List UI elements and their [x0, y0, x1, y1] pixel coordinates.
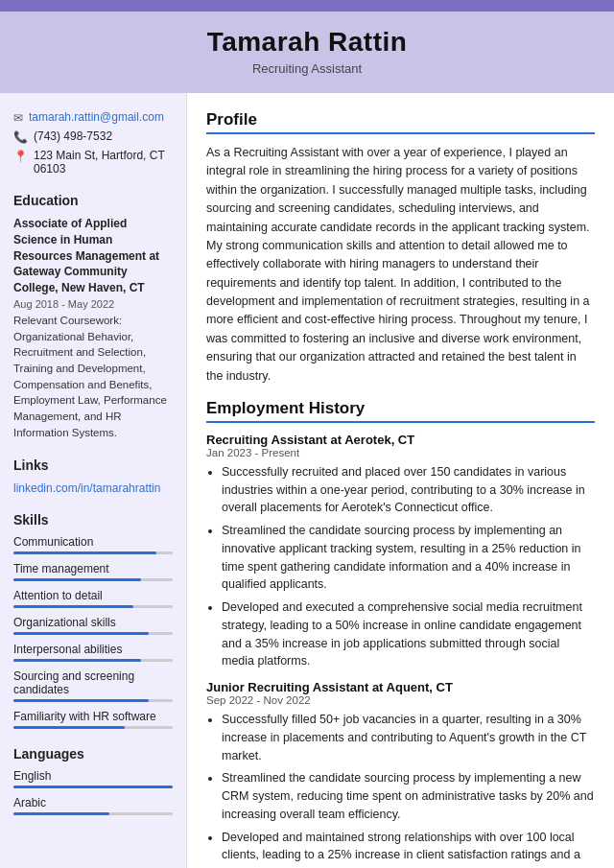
- coursework-text: Organizational Behavior, Recruitment and…: [13, 331, 167, 438]
- job-bullets: Successfully recruited and placed over 1…: [206, 463, 595, 670]
- phone-text: (743) 498-7532: [34, 129, 112, 143]
- languages-section: Languages English Arabic: [13, 746, 173, 815]
- contact-section: ✉ tamarah.rattin@gmail.com 📞 (743) 498-7…: [13, 110, 173, 176]
- skill-label: Familiarity with HR software: [13, 710, 173, 723]
- skill-bar-fill: [13, 605, 133, 608]
- jobs-list: Recruiting Assistant at Aerotek, CT Jan …: [206, 433, 595, 868]
- phone-item: 📞 (743) 498-7532: [13, 129, 173, 144]
- linkedin-item: linkedin.com/in/tamarahrattin: [13, 481, 173, 495]
- job-bullet: Developed and executed a comprehensive s…: [222, 598, 595, 670]
- job-dates: Jan 2023 - Present: [206, 447, 595, 458]
- profile-title: Profile: [206, 110, 595, 134]
- skill-item: Attention to detail: [13, 589, 173, 608]
- language-bar-fill: [13, 812, 109, 815]
- language-bar-bg: [13, 812, 173, 815]
- coursework-label: Relevant Coursework:: [13, 315, 122, 326]
- header: Tamarah Rattin Recruiting Assistant: [0, 0, 614, 93]
- language-bar-bg: [13, 786, 173, 788]
- candidate-title: Recruiting Assistant: [19, 61, 595, 76]
- skill-item: Communication: [13, 535, 173, 554]
- email-icon: ✉: [13, 111, 23, 125]
- skill-bar-fill: [13, 578, 141, 581]
- job-bullet: Streamlined the candidate sourcing proce…: [222, 522, 595, 594]
- linkedin-link[interactable]: linkedin.com/in/tamarahrattin: [13, 481, 160, 495]
- job-bullet: Successfully recruited and placed over 1…: [222, 463, 595, 517]
- employment-title: Employment History: [206, 399, 595, 423]
- job-bullets: Successfully filled 50+ job vacancies in…: [206, 711, 595, 868]
- skill-item: Familiarity with HR software: [13, 710, 173, 729]
- skill-item: Organizational skills: [13, 616, 173, 635]
- candidate-name: Tamarah Rattin: [19, 27, 595, 58]
- education-coursework: Relevant Coursework: Organizational Beha…: [13, 313, 173, 440]
- address-text: 123 Main St, Hartford, CT 06103: [34, 149, 173, 176]
- job-title: Recruiting Assistant at Aerotek, CT: [206, 433, 595, 447]
- skill-label: Organizational skills: [13, 616, 173, 629]
- location-icon: 📍: [13, 150, 28, 163]
- skill-item: Sourcing and screening candidates: [13, 669, 173, 702]
- job-entry: Junior Recruiting Assistant at Aquent, C…: [206, 680, 595, 868]
- skill-bar-fill: [13, 726, 125, 729]
- skill-bar-fill: [13, 699, 149, 702]
- languages-list: English Arabic: [13, 769, 173, 815]
- main-layout: ✉ tamarah.rattin@gmail.com 📞 (743) 498-7…: [0, 93, 614, 868]
- skill-bar-fill: [13, 632, 149, 635]
- skill-bar-fill: [13, 659, 141, 662]
- job-bullet: Streamlined the candidate sourcing proce…: [222, 769, 595, 823]
- language-bar-fill: [13, 786, 173, 788]
- language-label: Arabic: [13, 796, 173, 809]
- education-section: Education Associate of Applied Science i…: [13, 193, 173, 440]
- skill-item: Interpersonal abilities: [13, 643, 173, 662]
- links-title: Links: [13, 457, 173, 473]
- skill-bar-bg: [13, 605, 173, 608]
- job-entry: Recruiting Assistant at Aerotek, CT Jan …: [206, 433, 595, 670]
- skill-bar-bg: [13, 726, 173, 729]
- skill-label: Sourcing and screening candidates: [13, 669, 173, 696]
- job-title: Junior Recruiting Assistant at Aquent, C…: [206, 680, 595, 694]
- skill-item: Time management: [13, 562, 173, 581]
- sidebar: ✉ tamarah.rattin@gmail.com 📞 (743) 498-7…: [0, 93, 187, 868]
- languages-title: Languages: [13, 746, 173, 762]
- education-degree: Associate of Applied Science in Human Re…: [13, 216, 173, 296]
- skills-list: Communication Time management Attention …: [13, 535, 173, 729]
- language-item: English: [13, 769, 173, 788]
- skills-title: Skills: [13, 512, 173, 528]
- skill-bar-fill: [13, 551, 156, 554]
- job-bullet: Developed and maintained strong relation…: [222, 829, 595, 868]
- email-link[interactable]: tamarah.rattin@gmail.com: [29, 110, 164, 124]
- skill-bar-bg: [13, 578, 173, 581]
- education-dates: Aug 2018 - May 2022: [13, 298, 173, 310]
- skill-label: Interpersonal abilities: [13, 643, 173, 656]
- skill-bar-bg: [13, 659, 173, 662]
- profile-text: As a Recruiting Assistant with over a ye…: [206, 144, 595, 386]
- skill-bar-bg: [13, 551, 173, 554]
- skill-label: Communication: [13, 535, 173, 549]
- skill-bar-bg: [13, 699, 173, 702]
- language-item: Arabic: [13, 796, 173, 815]
- skill-bar-bg: [13, 632, 173, 635]
- skill-label: Time management: [13, 562, 173, 575]
- phone-icon: 📞: [13, 130, 28, 144]
- education-title: Education: [13, 193, 173, 208]
- job-dates: Sep 2022 - Nov 2022: [206, 694, 595, 706]
- skills-section: Skills Communication Time management Att…: [13, 512, 173, 729]
- address-item: 📍 123 Main St, Hartford, CT 06103: [13, 149, 173, 176]
- job-bullet: Successfully filled 50+ job vacancies in…: [222, 711, 595, 764]
- skill-label: Attention to detail: [13, 589, 173, 602]
- main-content: Profile As a Recruiting Assistant with o…: [187, 93, 614, 868]
- links-section: Links linkedin.com/in/tamarahrattin: [13, 457, 173, 495]
- language-label: English: [13, 769, 173, 783]
- email-item: ✉ tamarah.rattin@gmail.com: [13, 110, 173, 125]
